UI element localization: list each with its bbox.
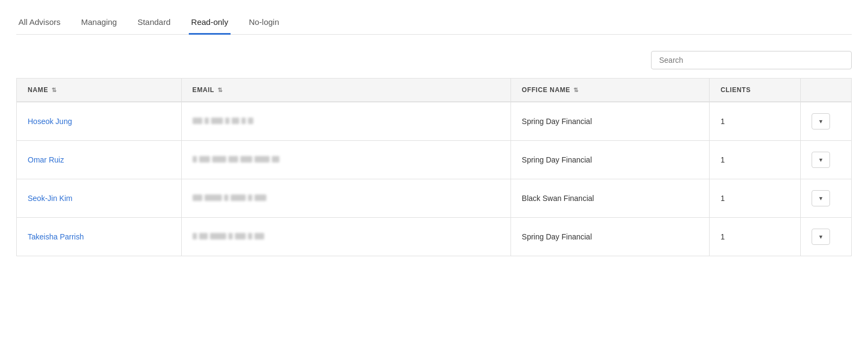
blur-segment: [241, 118, 246, 124]
blur-segment: [254, 194, 266, 201]
blur-segment: [193, 233, 197, 239]
row-action-button[interactable]: ▾: [812, 190, 830, 206]
blur-segment: [231, 194, 246, 201]
advisor-name-link[interactable]: Takeisha Parrish: [28, 232, 84, 241]
email-blur: [193, 233, 264, 239]
advisors-table: NAME⇅EMAIL⇅OFFICE NAME⇅CLIENTS Hoseok Ju…: [16, 78, 852, 256]
blur-segment: [193, 118, 202, 124]
blur-segment: [228, 156, 238, 163]
blur-segment: [254, 156, 270, 163]
sort-icon-name: ⇅: [52, 87, 57, 93]
blur-segment: [248, 233, 252, 239]
blur-segment: [240, 156, 252, 163]
search-container: [16, 51, 852, 69]
email-blur: [193, 194, 266, 201]
blur-segment: [224, 194, 228, 201]
sort-icon-office: ⇅: [573, 87, 579, 93]
advisor-name-link[interactable]: Omar Ruiz: [28, 155, 64, 164]
office-name: Spring Day Financial: [510, 102, 709, 141]
office-name: Black Swan Financial: [510, 179, 709, 218]
blur-segment: [199, 156, 210, 163]
advisor-name-link[interactable]: Hoseok Jung: [28, 117, 72, 126]
tab-readonly[interactable]: Read-only: [189, 11, 230, 35]
office-name: Spring Day Financial: [510, 218, 709, 256]
blur-segment: [212, 156, 226, 163]
col-header-action: [800, 79, 851, 102]
blur-segment: [254, 233, 264, 239]
table-row: Hoseok JungSpring Day Financial1▾: [17, 102, 852, 141]
blur-segment: [225, 118, 229, 124]
col-header-email[interactable]: EMAIL⇅: [181, 79, 510, 102]
sort-icon-email: ⇅: [218, 87, 223, 93]
table-row: Seok-Jin KimBlack Swan Financial1▾: [17, 179, 852, 218]
table-row: Omar RuizSpring Day Financial1▾: [17, 141, 852, 179]
tab-nologin[interactable]: No-login: [247, 11, 282, 35]
clients-count: 1: [710, 218, 801, 256]
row-action-button[interactable]: ▾: [812, 229, 830, 245]
row-action-button[interactable]: ▾: [812, 113, 830, 129]
clients-count: 1: [710, 102, 801, 141]
blur-segment: [193, 194, 202, 201]
tab-standard[interactable]: Standard: [135, 11, 173, 35]
blur-segment: [235, 233, 246, 239]
col-header-office[interactable]: OFFICE NAME⇅: [510, 79, 709, 102]
col-header-clients: CLIENTS: [710, 79, 801, 102]
blur-segment: [248, 118, 253, 124]
blur-segment: [193, 156, 197, 163]
blur-segment: [232, 118, 239, 124]
blur-segment: [205, 118, 209, 124]
blur-segment: [228, 233, 233, 239]
tabs-bar: All AdvisorsManagingStandardRead-onlyNo-…: [16, 11, 852, 35]
clients-count: 1: [710, 179, 801, 218]
blur-segment: [205, 194, 222, 201]
search-input[interactable]: [651, 51, 852, 69]
blur-segment: [272, 156, 279, 163]
blur-segment: [210, 233, 226, 239]
office-name: Spring Day Financial: [510, 141, 709, 179]
row-action-button[interactable]: ▾: [812, 152, 830, 168]
advisor-name-link[interactable]: Seok-Jin Kim: [28, 194, 72, 203]
tab-managing[interactable]: Managing: [79, 11, 119, 35]
page-container: All AdvisorsManagingStandardRead-onlyNo-…: [0, 0, 868, 344]
tab-all[interactable]: All Advisors: [16, 11, 63, 35]
blur-segment: [199, 233, 208, 239]
blur-segment: [248, 194, 252, 201]
clients-count: 1: [710, 141, 801, 179]
blur-segment: [211, 118, 223, 124]
col-header-name[interactable]: NAME⇅: [17, 79, 182, 102]
email-blur: [193, 118, 253, 124]
email-blur: [193, 156, 279, 163]
table-row: Takeisha ParrishSpring Day Financial1▾: [17, 218, 852, 256]
